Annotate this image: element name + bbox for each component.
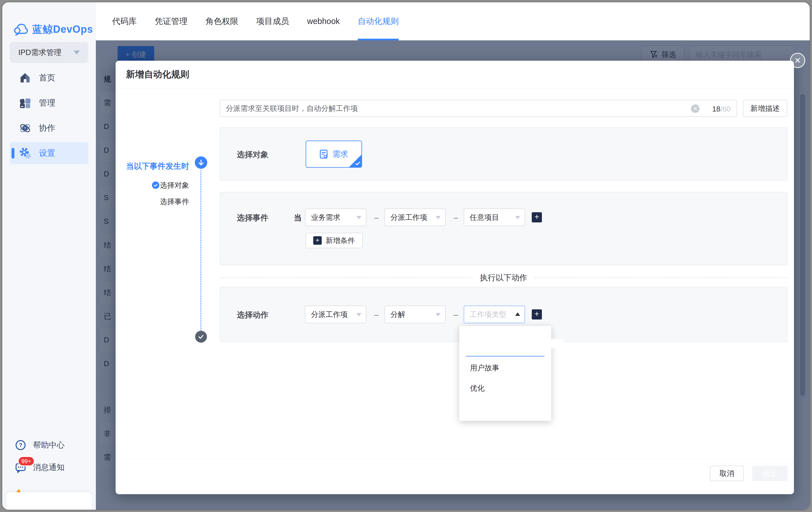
blocks-icon (19, 97, 32, 109)
svg-text:T: T (24, 126, 26, 130)
stepper-arrow-down-icon (195, 156, 207, 169)
plus-icon: + (313, 236, 322, 245)
rule-name-field[interactable]: ✕ 18/60 (220, 100, 737, 117)
help-center-label: 帮助中心 (33, 440, 64, 451)
sidebar-item-label: 协作 (39, 123, 55, 134)
rule-name-input[interactable] (220, 100, 737, 116)
select-value: 分派工作项 (390, 213, 427, 222)
char-counter: 18/60 (712, 105, 730, 113)
sidebar-item-label: 管理 (39, 98, 55, 109)
sidebar-item-collaborate[interactable]: T 协作 (10, 117, 88, 139)
event-action-select[interactable]: 分派工作项 (384, 209, 445, 226)
action-object-select[interactable]: 分派工作项 (305, 306, 366, 323)
sidebar: 蓝鲸DevOps IPD需求管理 首页 管理 T (2, 2, 96, 510)
caret-down-icon (515, 216, 520, 219)
add-description-button[interactable]: 新增描述 (743, 100, 787, 117)
app-logo[interactable]: 蓝鲸DevOps (13, 23, 93, 36)
divider-line (220, 277, 472, 278)
app-window: 蓝鲸DevOps IPD需求管理 首页 管理 T (2, 2, 810, 510)
tab-code-repo[interactable]: 代码库 (112, 2, 137, 41)
bk-whale-icon (13, 23, 28, 36)
new-automation-rule-modal: 新增自动化规则 当以下事件发生时 选择对象 选择事件 ✕ 18/60 新增描述 … (116, 61, 794, 494)
stepper-phase-label: 当以下事件发生时 (116, 161, 189, 171)
home-icon (19, 72, 32, 84)
notifications-label: 消息通知 (33, 462, 64, 473)
gear-icon (19, 147, 32, 160)
help-icon: ? (15, 439, 26, 451)
stepper-step-select-event[interactable]: 选择事件 (116, 197, 189, 207)
section-select-object: 选择对象 需求 (220, 128, 787, 180)
caret-down-icon (436, 216, 441, 219)
add-condition-button[interactable]: + 新增条件 (306, 233, 362, 248)
caret-up-icon (515, 313, 520, 316)
sidebar-item-manage[interactable]: 管理 (10, 92, 88, 114)
dash-separator: – (454, 213, 458, 222)
dropdown-search[interactable] (466, 332, 545, 355)
dropdown-option-user-story[interactable]: 用户故事 (459, 359, 551, 376)
object-card-requirement[interactable]: 需求 (306, 140, 362, 168)
project-selector-value: IPD需求管理 (18, 47, 74, 58)
sidebar-item-settings[interactable]: 设置 (10, 142, 88, 164)
actions-divider: 执行以下动作 (220, 273, 787, 282)
divider-label: 执行以下动作 (480, 272, 527, 283)
dash-separator: – (454, 310, 458, 319)
action-operation-select[interactable]: 分解 (384, 306, 445, 323)
sidebar-item-label: 设置 (39, 147, 55, 159)
stepper-connector-line (200, 170, 201, 331)
work-item-type-dropdown: 用户故事 优化 (459, 326, 551, 421)
select-value: 任意项目 (470, 213, 499, 222)
stepper-end-check-icon (195, 331, 207, 343)
confirm-button-disabled[interactable]: 确定 (752, 466, 788, 481)
requirement-doc-icon (319, 149, 328, 159)
sidebar-item-help-center[interactable]: ? 帮助中心 (15, 439, 64, 451)
dropdown-option-optimization[interactable]: 优化 (459, 380, 551, 397)
add-condition-label: 新增条件 (326, 236, 355, 246)
event-object-select[interactable]: 业务需求 (305, 209, 366, 226)
caret-down-icon (436, 313, 441, 316)
dash-separator: – (374, 310, 379, 319)
select-value: 分解 (390, 309, 405, 320)
stepper-step-select-object[interactable]: 选择对象 (116, 180, 189, 190)
tab-role-permissions[interactable]: 角色权限 (206, 2, 238, 41)
dropdown-search-input[interactable] (469, 339, 564, 348)
logo-text: 蓝鲸DevOps (32, 23, 93, 36)
cancel-button[interactable]: 取消 (710, 466, 744, 481)
add-event-button[interactable]: + (532, 212, 542, 222)
add-action-button[interactable]: + (532, 309, 542, 320)
caret-down-icon (356, 216, 361, 219)
notification-badge: 99+ (18, 456, 35, 466)
tab-credentials[interactable]: 凭证管理 (155, 2, 187, 41)
dash-separator: – (374, 213, 379, 222)
search-focus-underline (466, 356, 545, 356)
caret-down-icon (356, 313, 361, 316)
sidebar-item-home[interactable]: 首页 (10, 67, 88, 89)
select-value: 分派工作项 (311, 309, 348, 320)
collaboration-icon: T (19, 122, 32, 135)
section-select-event: 选择事件 当 业务需求 – 分派工作项 – 任意项目 + + 新增条件 (220, 192, 787, 265)
event-project-select[interactable]: 任意项目 (464, 209, 525, 226)
section-label: 选择动作 (237, 309, 268, 320)
clear-input-icon[interactable]: ✕ (691, 104, 699, 113)
section-label: 选择事件 (237, 213, 268, 223)
when-label: 当 (294, 213, 302, 223)
svg-text:?: ? (19, 442, 22, 448)
project-settings-tabs: 代码库 凭证管理 角色权限 项目成员 webhook 自动化规则 (96, 2, 810, 41)
select-placeholder: 工作项类型 (470, 309, 506, 320)
tab-automation-rules[interactable]: 自动化规则 (358, 2, 399, 41)
chevron-down-icon (74, 51, 80, 54)
divider-line (534, 277, 787, 278)
tab-webhook[interactable]: webhook (307, 2, 340, 41)
project-selector[interactable]: IPD需求管理 (10, 42, 88, 63)
modal-close-button[interactable]: ✕ (790, 53, 805, 68)
active-indicator-bar (11, 148, 14, 159)
modal-header: 新增自动化规则 (116, 61, 794, 88)
sidebar-item-label: 首页 (39, 72, 55, 84)
modal-title: 新增自动化规则 (126, 68, 189, 81)
tab-project-members[interactable]: 项目成员 (256, 2, 289, 41)
selected-check-icon (355, 160, 361, 166)
select-value: 业务需求 (311, 213, 340, 222)
sidebar-menu: 首页 管理 T 协作 设置 (10, 67, 88, 167)
work-item-type-select-open[interactable]: 工作项类型 (464, 306, 525, 323)
modal-footer: 取消 确定 (116, 459, 794, 494)
sidebar-bottom-card[interactable] (6, 492, 92, 510)
